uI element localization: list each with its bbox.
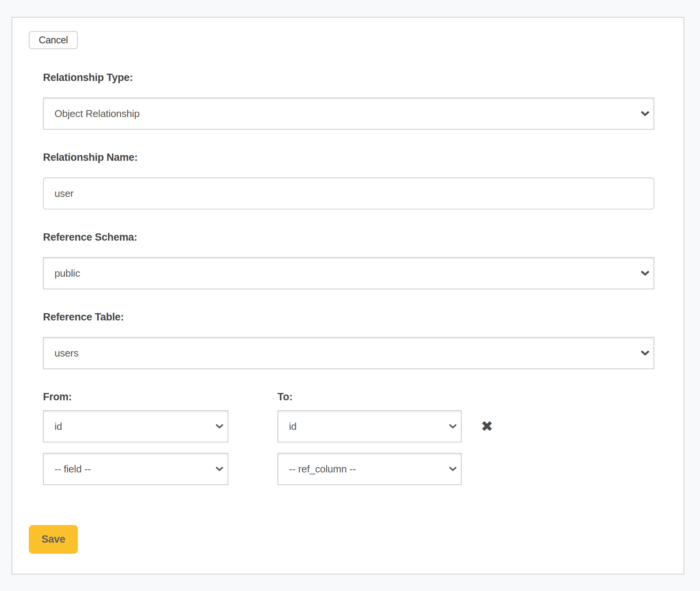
relationship-name-label: Relationship Name:	[43, 152, 654, 163]
cancel-button[interactable]: Cancel	[29, 31, 78, 49]
relationship-type-select[interactable]: Object Relationship	[43, 97, 654, 130]
relationship-name-input[interactable]	[43, 177, 654, 210]
to-column-field: id	[277, 410, 462, 442]
field-placeholder-select[interactable]: -- field --	[43, 453, 228, 485]
relationship-form-card: Cancel Relationship Type: Object Relatio…	[12, 17, 684, 574]
from-column-select[interactable]: id	[43, 410, 228, 442]
from-column-field: id	[43, 410, 228, 442]
reference-table-select[interactable]: users	[43, 337, 654, 369]
to-column-select[interactable]: id	[277, 410, 462, 442]
ref-column-placeholder-select[interactable]: -- ref_column --	[277, 453, 462, 485]
relationship-type-label: Relationship Type:	[43, 72, 654, 83]
reference-table-field: users	[43, 337, 654, 369]
relationship-form: Relationship Type: Object Relationship R…	[43, 72, 654, 485]
reference-table-label: Reference Table:	[43, 312, 654, 322]
column-mapping-header: From: To:	[43, 391, 654, 402]
from-label: From:	[43, 391, 277, 402]
close-icon: ✖	[481, 418, 493, 435]
save-button[interactable]: Save	[29, 525, 78, 554]
remove-mapping-button[interactable]: ✖	[481, 419, 493, 434]
column-mapping-section: From: To: id id ✖	[43, 391, 654, 485]
reference-schema-label: Reference Schema:	[43, 232, 654, 243]
relationship-type-field: Object Relationship	[43, 97, 654, 130]
mapping-row: -- field -- -- ref_column --	[43, 453, 654, 485]
to-label: To:	[277, 391, 292, 402]
reference-schema-select[interactable]: public	[43, 257, 654, 289]
ref-column-placeholder-field: -- ref_column --	[277, 453, 462, 485]
field-placeholder-field: -- field --	[43, 453, 228, 485]
reference-schema-field: public	[43, 257, 654, 289]
relationship-name-field	[43, 177, 654, 210]
mapping-row: id id ✖	[43, 410, 654, 442]
